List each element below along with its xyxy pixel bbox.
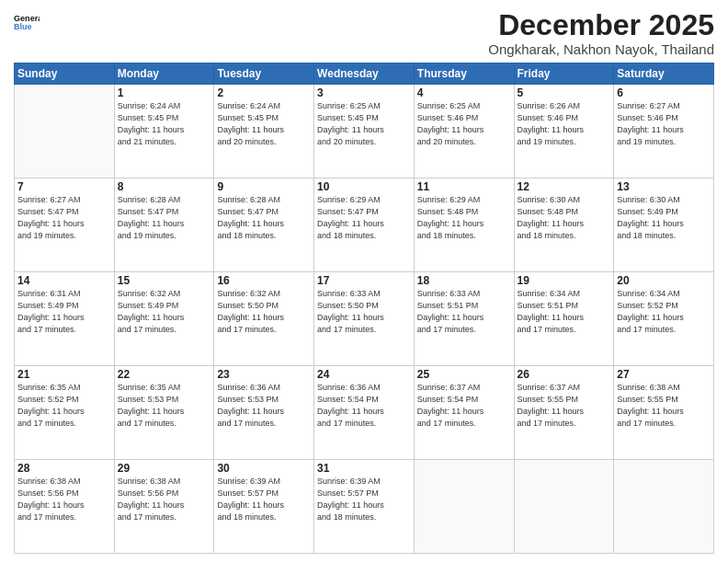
svg-text:General: General bbox=[14, 14, 40, 23]
header-cell-saturday: Saturday bbox=[614, 63, 714, 85]
day-info: Sunrise: 6:36 AM Sunset: 5:54 PM Dayligh… bbox=[317, 382, 411, 430]
day-info: Sunrise: 6:30 AM Sunset: 5:48 PM Dayligh… bbox=[518, 194, 611, 242]
header-cell-thursday: Thursday bbox=[414, 63, 514, 85]
calendar-cell: 28Sunrise: 6:38 AM Sunset: 5:56 PM Dayli… bbox=[15, 460, 115, 554]
day-number: 26 bbox=[518, 368, 611, 381]
calendar-cell: 21Sunrise: 6:35 AM Sunset: 5:52 PM Dayli… bbox=[15, 366, 115, 460]
svg-text:Blue: Blue bbox=[14, 22, 32, 31]
calendar-cell: 25Sunrise: 6:37 AM Sunset: 5:54 PM Dayli… bbox=[414, 366, 514, 460]
header-cell-sunday: Sunday bbox=[15, 63, 115, 85]
day-info: Sunrise: 6:31 AM Sunset: 5:49 PM Dayligh… bbox=[17, 288, 111, 336]
calendar-cell bbox=[514, 460, 614, 554]
day-info: Sunrise: 6:24 AM Sunset: 5:45 PM Dayligh… bbox=[217, 100, 311, 148]
day-number: 30 bbox=[217, 462, 311, 475]
day-info: Sunrise: 6:25 AM Sunset: 5:45 PM Dayligh… bbox=[317, 100, 411, 148]
day-info: Sunrise: 6:28 AM Sunset: 5:47 PM Dayligh… bbox=[118, 194, 211, 242]
logo-icon: General Blue bbox=[14, 9, 40, 35]
week-row-3: 14Sunrise: 6:31 AM Sunset: 5:49 PM Dayli… bbox=[15, 272, 714, 366]
day-info: Sunrise: 6:25 AM Sunset: 5:46 PM Dayligh… bbox=[417, 100, 511, 148]
title-block: December 2025 Ongkharak, Nakhon Nayok, T… bbox=[488, 9, 714, 57]
header-cell-tuesday: Tuesday bbox=[214, 63, 314, 85]
calendar-cell: 11Sunrise: 6:29 AM Sunset: 5:48 PM Dayli… bbox=[414, 178, 514, 272]
day-info: Sunrise: 6:39 AM Sunset: 5:57 PM Dayligh… bbox=[317, 476, 411, 523]
day-number: 28 bbox=[17, 462, 111, 475]
subtitle: Ongkharak, Nakhon Nayok, Thailand bbox=[488, 41, 714, 57]
day-info: Sunrise: 6:33 AM Sunset: 5:50 PM Dayligh… bbox=[317, 288, 411, 336]
day-info: Sunrise: 6:27 AM Sunset: 5:47 PM Dayligh… bbox=[17, 194, 111, 242]
day-number: 17 bbox=[317, 274, 411, 287]
day-number: 8 bbox=[118, 180, 211, 193]
week-row-2: 7Sunrise: 6:27 AM Sunset: 5:47 PM Daylig… bbox=[15, 178, 714, 272]
calendar-cell: 15Sunrise: 6:32 AM Sunset: 5:49 PM Dayli… bbox=[114, 272, 214, 366]
calendar-cell: 14Sunrise: 6:31 AM Sunset: 5:49 PM Dayli… bbox=[15, 272, 115, 366]
day-number: 6 bbox=[617, 86, 711, 99]
day-number: 15 bbox=[118, 274, 211, 287]
calendar-cell: 5Sunrise: 6:26 AM Sunset: 5:46 PM Daylig… bbox=[514, 85, 614, 178]
day-info: Sunrise: 6:34 AM Sunset: 5:52 PM Dayligh… bbox=[617, 288, 711, 336]
calendar-cell: 30Sunrise: 6:39 AM Sunset: 5:57 PM Dayli… bbox=[214, 460, 314, 554]
calendar-cell: 6Sunrise: 6:27 AM Sunset: 5:46 PM Daylig… bbox=[614, 85, 714, 178]
logo: General Blue bbox=[14, 9, 40, 35]
day-number: 10 bbox=[317, 180, 411, 193]
calendar-table: SundayMondayTuesdayWednesdayThursdayFrid… bbox=[14, 63, 714, 554]
calendar-cell: 18Sunrise: 6:33 AM Sunset: 5:51 PM Dayli… bbox=[414, 272, 514, 366]
week-row-1: 1Sunrise: 6:24 AM Sunset: 5:45 PM Daylig… bbox=[15, 85, 714, 178]
day-number: 9 bbox=[217, 180, 311, 193]
day-number: 11 bbox=[417, 180, 511, 193]
day-number: 22 bbox=[118, 368, 211, 381]
calendar-cell bbox=[15, 85, 115, 178]
day-number: 1 bbox=[118, 86, 211, 99]
header-cell-monday: Monday bbox=[114, 63, 214, 85]
day-number: 18 bbox=[417, 274, 511, 287]
calendar-cell: 31Sunrise: 6:39 AM Sunset: 5:57 PM Dayli… bbox=[314, 460, 415, 554]
day-number: 27 bbox=[617, 368, 711, 381]
day-number: 21 bbox=[17, 368, 111, 381]
day-info: Sunrise: 6:27 AM Sunset: 5:46 PM Dayligh… bbox=[617, 100, 711, 148]
day-number: 3 bbox=[317, 86, 411, 99]
calendar-cell: 20Sunrise: 6:34 AM Sunset: 5:52 PM Dayli… bbox=[614, 272, 714, 366]
calendar-cell: 7Sunrise: 6:27 AM Sunset: 5:47 PM Daylig… bbox=[15, 178, 115, 272]
day-number: 16 bbox=[217, 274, 311, 287]
calendar-cell bbox=[614, 460, 714, 554]
day-info: Sunrise: 6:35 AM Sunset: 5:52 PM Dayligh… bbox=[17, 382, 111, 430]
header-cell-wednesday: Wednesday bbox=[314, 63, 415, 85]
day-info: Sunrise: 6:29 AM Sunset: 5:48 PM Dayligh… bbox=[417, 194, 511, 242]
day-info: Sunrise: 6:38 AM Sunset: 5:56 PM Dayligh… bbox=[118, 476, 211, 523]
calendar-cell: 1Sunrise: 6:24 AM Sunset: 5:45 PM Daylig… bbox=[114, 85, 214, 178]
calendar-cell: 17Sunrise: 6:33 AM Sunset: 5:50 PM Dayli… bbox=[314, 272, 415, 366]
calendar-cell: 8Sunrise: 6:28 AM Sunset: 5:47 PM Daylig… bbox=[114, 178, 214, 272]
page: General Blue December 2025 Ongkharak, Na… bbox=[0, 0, 728, 563]
day-number: 31 bbox=[317, 462, 411, 475]
calendar-cell: 12Sunrise: 6:30 AM Sunset: 5:48 PM Dayli… bbox=[514, 178, 614, 272]
week-row-4: 21Sunrise: 6:35 AM Sunset: 5:52 PM Dayli… bbox=[15, 366, 714, 460]
main-title: December 2025 bbox=[488, 9, 714, 41]
calendar-cell: 27Sunrise: 6:38 AM Sunset: 5:55 PM Dayli… bbox=[614, 366, 714, 460]
calendar-cell: 2Sunrise: 6:24 AM Sunset: 5:45 PM Daylig… bbox=[214, 85, 314, 178]
day-number: 19 bbox=[518, 274, 611, 287]
header: General Blue December 2025 Ongkharak, Na… bbox=[14, 9, 714, 57]
day-info: Sunrise: 6:33 AM Sunset: 5:51 PM Dayligh… bbox=[417, 288, 511, 336]
day-info: Sunrise: 6:26 AM Sunset: 5:46 PM Dayligh… bbox=[518, 100, 611, 148]
day-info: Sunrise: 6:29 AM Sunset: 5:47 PM Dayligh… bbox=[317, 194, 411, 242]
day-number: 13 bbox=[617, 180, 711, 193]
calendar-cell: 23Sunrise: 6:36 AM Sunset: 5:53 PM Dayli… bbox=[214, 366, 314, 460]
day-info: Sunrise: 6:28 AM Sunset: 5:47 PM Dayligh… bbox=[217, 194, 311, 242]
calendar-cell: 29Sunrise: 6:38 AM Sunset: 5:56 PM Dayli… bbox=[114, 460, 214, 554]
calendar-cell: 19Sunrise: 6:34 AM Sunset: 5:51 PM Dayli… bbox=[514, 272, 614, 366]
calendar-cell bbox=[414, 460, 514, 554]
day-info: Sunrise: 6:38 AM Sunset: 5:56 PM Dayligh… bbox=[17, 476, 111, 523]
day-info: Sunrise: 6:32 AM Sunset: 5:50 PM Dayligh… bbox=[217, 288, 311, 336]
day-number: 4 bbox=[417, 86, 511, 99]
calendar-cell: 9Sunrise: 6:28 AM Sunset: 5:47 PM Daylig… bbox=[214, 178, 314, 272]
calendar-cell: 26Sunrise: 6:37 AM Sunset: 5:55 PM Dayli… bbox=[514, 366, 614, 460]
day-number: 25 bbox=[417, 368, 511, 381]
day-info: Sunrise: 6:30 AM Sunset: 5:49 PM Dayligh… bbox=[617, 194, 711, 242]
day-number: 20 bbox=[617, 274, 711, 287]
day-info: Sunrise: 6:39 AM Sunset: 5:57 PM Dayligh… bbox=[217, 476, 311, 523]
day-number: 2 bbox=[217, 86, 311, 99]
calendar-cell: 10Sunrise: 6:29 AM Sunset: 5:47 PM Dayli… bbox=[314, 178, 415, 272]
calendar-cell: 3Sunrise: 6:25 AM Sunset: 5:45 PM Daylig… bbox=[314, 85, 415, 178]
calendar-cell: 13Sunrise: 6:30 AM Sunset: 5:49 PM Dayli… bbox=[614, 178, 714, 272]
header-cell-friday: Friday bbox=[514, 63, 614, 85]
day-info: Sunrise: 6:32 AM Sunset: 5:49 PM Dayligh… bbox=[118, 288, 211, 336]
